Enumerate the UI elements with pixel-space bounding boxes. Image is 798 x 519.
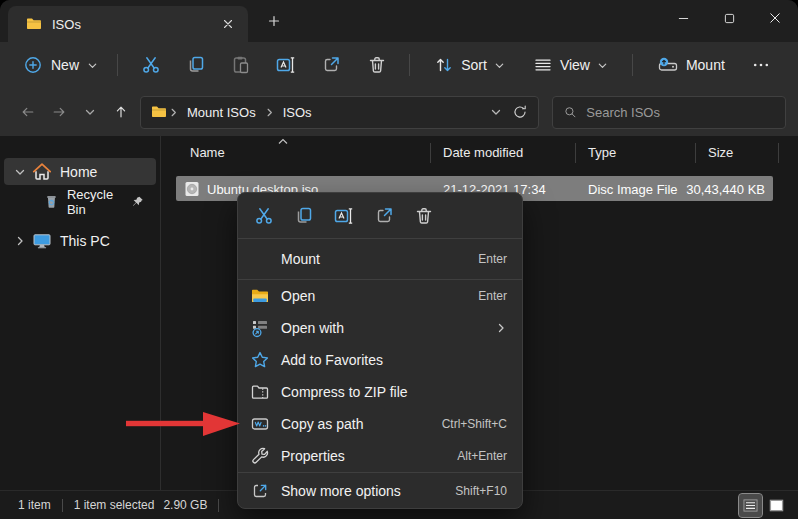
- menu-item-shortcut: Enter: [478, 252, 507, 266]
- sidebar-item-this-pc[interactable]: This PC: [4, 227, 156, 254]
- chevron-down-icon[interactable]: [10, 166, 30, 178]
- share-icon: [321, 55, 341, 75]
- sidebar-item-home[interactable]: Home: [4, 158, 156, 185]
- share-button[interactable]: [313, 48, 350, 82]
- open-with-icon: [250, 318, 270, 338]
- cut-button[interactable]: [132, 48, 169, 82]
- paste-button[interactable]: [222, 48, 259, 82]
- delete-button[interactable]: [358, 48, 395, 82]
- copy-icon: [186, 55, 206, 75]
- column-header-name[interactable]: Name: [190, 145, 225, 160]
- chevron-down-icon: [597, 60, 608, 71]
- breadcrumb-item[interactable]: Mount ISOs: [180, 102, 263, 123]
- large-icons-view-button[interactable]: [765, 494, 788, 517]
- breadcrumb[interactable]: Mount ISOs ISOs: [140, 96, 539, 129]
- back-button[interactable]: [12, 97, 43, 128]
- menu-item-compress-to-zip[interactable]: Compress to ZIP file: [238, 376, 522, 408]
- new-item-icon: [23, 55, 43, 75]
- star-icon: [250, 350, 270, 370]
- delete-icon: [414, 206, 434, 226]
- refresh-button[interactable]: [508, 100, 532, 124]
- tab-isos[interactable]: ISOs: [8, 6, 248, 42]
- cut-icon: [254, 206, 274, 226]
- view-toggles: [739, 494, 788, 517]
- folder-icon: [26, 16, 42, 32]
- column-header-size[interactable]: Size: [708, 145, 733, 160]
- zip-folder-icon: [250, 382, 270, 402]
- menu-item-copy-as-path[interactable]: Copy as path Ctrl+Shift+C: [238, 408, 522, 440]
- mount-button[interactable]: Mount: [648, 48, 734, 82]
- see-more-button[interactable]: [743, 48, 780, 82]
- status-divider: [218, 499, 219, 512]
- open-folder-icon: [250, 286, 270, 306]
- view-icon: [533, 55, 553, 75]
- file-explorer-window: ISOs New: [0, 0, 798, 519]
- copy-as-path-icon: [250, 414, 270, 434]
- context-menu: Mount Enter Open Enter Open with: [237, 192, 523, 509]
- column-divider[interactable]: [430, 143, 431, 163]
- column-header-date-modified[interactable]: Date modified: [443, 145, 523, 160]
- selection-size: 2.90 GB: [163, 498, 207, 512]
- menu-item-properties[interactable]: Properties Alt+Enter: [238, 440, 522, 472]
- copy-button[interactable]: [177, 48, 214, 82]
- close-window-button[interactable]: [752, 0, 798, 36]
- annotation-arrow: [126, 410, 240, 438]
- menu-item-open[interactable]: Open Enter: [238, 280, 522, 312]
- rename-icon: [276, 55, 296, 75]
- address-bar: Mount ISOs ISOs: [0, 88, 798, 136]
- sort-ascending-icon: [277, 137, 289, 145]
- sidebar-item-recycle-bin[interactable]: Recycle Bin: [4, 188, 156, 215]
- column-divider[interactable]: [778, 143, 779, 163]
- tab-close-button[interactable]: [216, 12, 240, 36]
- cut-icon: [141, 55, 161, 75]
- rename-button[interactable]: [324, 199, 364, 233]
- up-button[interactable]: [105, 97, 136, 128]
- column-divider[interactable]: [575, 143, 576, 163]
- address-dropdown-button[interactable]: [484, 100, 508, 124]
- recycle-bin-icon: [44, 193, 59, 210]
- menu-item-show-more-options[interactable]: Show more options Shift+F10: [238, 473, 522, 508]
- new-button[interactable]: New: [14, 48, 107, 82]
- menu-item-mount[interactable]: Mount Enter: [238, 239, 522, 279]
- forward-button[interactable]: [43, 97, 74, 128]
- up-icon: [113, 104, 129, 120]
- column-divider[interactable]: [695, 143, 696, 163]
- menu-item-label: Mount: [281, 251, 320, 267]
- new-tab-button[interactable]: [262, 9, 286, 33]
- breadcrumb-item[interactable]: ISOs: [276, 102, 319, 123]
- menu-item-shortcut: Enter: [478, 289, 507, 303]
- large-icons-view-icon: [769, 498, 784, 513]
- share-button[interactable]: [364, 199, 404, 233]
- paste-icon: [231, 55, 251, 75]
- menu-item-shortcut: Ctrl+Shift+C: [442, 417, 507, 431]
- sidebar-item-label: Home: [60, 164, 97, 180]
- toolbar-divider: [117, 54, 118, 76]
- chevron-right-icon[interactable]: [10, 235, 30, 247]
- menu-item-add-to-favorites[interactable]: Add to Favorites: [238, 344, 522, 376]
- sort-button[interactable]: Sort: [425, 48, 514, 82]
- delete-icon: [367, 55, 387, 75]
- rename-button[interactable]: [268, 48, 305, 82]
- copy-button[interactable]: [284, 199, 324, 233]
- maximize-icon: [724, 13, 735, 24]
- view-button[interactable]: View: [524, 48, 617, 82]
- rename-icon: [334, 206, 354, 226]
- mount-icon: [657, 55, 679, 75]
- recent-locations-button[interactable]: [74, 97, 105, 128]
- menu-item-label: Compress to ZIP file: [281, 384, 408, 400]
- status-divider: [62, 499, 63, 512]
- menu-item-label: Copy as path: [281, 416, 364, 432]
- view-button-label: View: [560, 57, 590, 73]
- menu-item-label: Show more options: [281, 483, 401, 499]
- cut-button[interactable]: [244, 199, 284, 233]
- menu-item-open-with[interactable]: Open with: [238, 312, 522, 344]
- maximize-button[interactable]: [706, 0, 752, 36]
- delete-button[interactable]: [404, 199, 444, 233]
- minimize-button[interactable]: [660, 0, 706, 36]
- details-view-button[interactable]: [739, 494, 762, 517]
- refresh-icon: [512, 104, 528, 120]
- file-size: 30,43,440 KB: [686, 181, 765, 196]
- show-more-options-icon: [250, 481, 270, 501]
- search-input[interactable]: [586, 105, 775, 120]
- column-header-type[interactable]: Type: [588, 145, 616, 160]
